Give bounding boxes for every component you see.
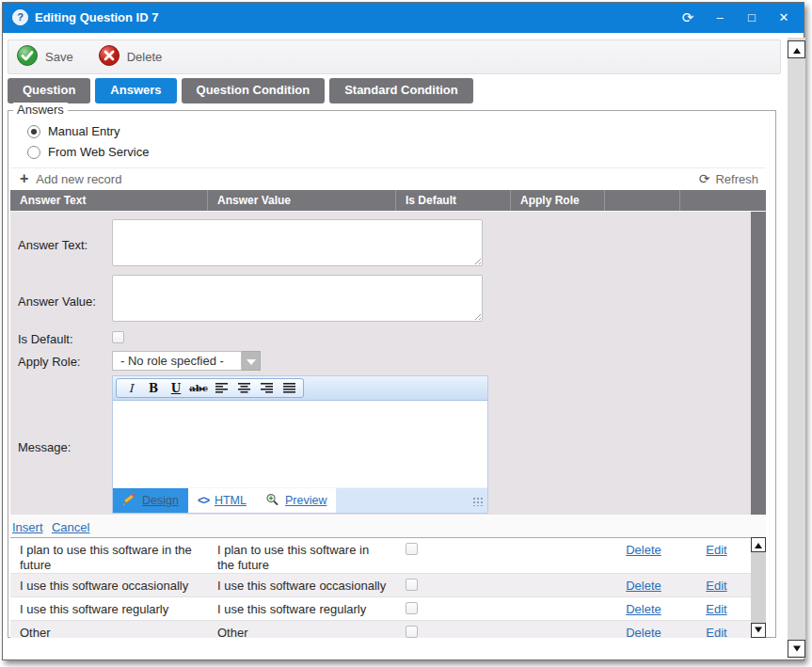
editor-content-area[interactable] [113,401,487,487]
answers-groupbox: Answers Manual Entry From Web Service + … [8,110,776,638]
minimize-button[interactable]: – [711,8,728,27]
column-header-apply-role[interactable]: Apply Role [511,190,605,211]
maximize-button[interactable]: □ [743,8,760,27]
is-default-checkbox[interactable] [112,331,124,343]
answer-value-label: Answer Value: [18,294,96,309]
cell-answer-value: Other [208,621,396,638]
editor-mode-preview[interactable]: Preview [256,488,336,513]
content-scrollbar[interactable] [788,38,805,659]
cell-answer-text: I plan to use this software in the futur… [10,538,208,573]
cell-apply-role [511,574,605,596]
save-button[interactable]: Save [16,44,73,71]
editor-toolbar: I B U abc [113,376,487,401]
resize-grip-icon[interactable] [472,311,481,320]
editor-resize-grip-icon[interactable] [472,497,483,506]
dropdown-arrow-button[interactable] [242,351,261,371]
scroll-up-button[interactable] [788,40,805,58]
cell-apply-role [511,597,605,620]
scroll-down-button[interactable] [788,640,805,658]
align-left-icon[interactable] [210,380,232,397]
apply-role-selected-value: - No role specfied - [112,351,242,371]
radio-button-icon [27,146,40,159]
is-default-row-checkbox[interactable] [406,626,418,638]
code-brackets-icon: <> [198,494,209,507]
italic-button[interactable]: I [119,380,142,397]
groupbox-legend: Answers [13,103,68,118]
strikethrough-button[interactable]: abc [187,380,210,397]
tab-question[interactable]: Question [8,78,90,103]
resize-grip-icon[interactable] [472,256,481,264]
is-default-row-checkbox[interactable] [406,543,418,555]
cell-is-default [396,621,511,638]
magnifier-icon [265,493,279,509]
tab-answers[interactable]: Answers [95,78,176,103]
plus-icon: + [20,171,28,186]
align-right-icon[interactable] [255,380,278,397]
edit-row-link[interactable]: Edit [706,579,726,593]
align-center-icon[interactable] [232,380,255,397]
refresh-label: Refresh [715,172,758,186]
main-toolbar: Save Delete [8,40,781,74]
radio-from-web-service[interactable]: From Web Service [27,145,149,159]
scroll-up-button[interactable] [751,537,766,552]
title-bar: ? Editing Question ID 7 ⟳ – □ ✕ [3,3,804,33]
delete-x-icon [98,44,120,71]
answer-value-input[interactable] [112,275,483,322]
delete-button[interactable]: Delete [98,44,163,71]
grid-header: Answer Text Answer Value Is Default Appl… [10,190,766,212]
cell-apply-role [511,621,605,638]
radio-label: Manual Entry [48,124,120,138]
help-icon[interactable]: ? [12,9,28,25]
save-check-icon [16,44,39,71]
radio-manual-entry[interactable]: Manual Entry [27,124,120,138]
insert-link[interactable]: Insert [12,520,43,534]
delete-row-link[interactable]: Delete [626,626,661,638]
add-new-record-button[interactable]: + Add new record [20,171,121,186]
grid-scrollbar[interactable] [751,537,766,638]
scroll-down-button[interactable] [751,623,766,638]
delete-row-link[interactable]: Delete [626,602,661,616]
refresh-icon: ⟳ [699,171,710,186]
edit-row-link[interactable]: Edit [706,626,726,638]
refresh-window-button[interactable]: ⟳ [679,8,696,27]
edit-form-right-strip [751,212,766,515]
delete-row-link[interactable]: Delete [626,543,661,557]
column-header-empty-2 [680,190,766,211]
is-default-label: Is Default: [18,332,73,346]
edit-row-link[interactable]: Edit [706,543,726,557]
column-header-is-default[interactable]: Is Default [396,190,511,211]
cell-answer-text: I use this software occasionally [10,574,208,596]
editor-mode-tabs: Design <> HTML [113,487,487,513]
grid-refresh-button[interactable]: ⟳ Refresh [699,171,758,186]
cell-is-default [396,574,511,596]
editor-mode-html[interactable]: <> HTML [188,488,256,513]
preview-label: Preview [285,494,326,507]
is-default-row-checkbox[interactable] [406,602,418,614]
underline-button[interactable]: U [165,380,187,397]
is-default-row-checkbox[interactable] [406,579,418,591]
apply-role-dropdown[interactable]: - No role specfied - [112,351,261,371]
table-row: I use this software occasionally I use t… [10,574,766,597]
cancel-link[interactable]: Cancel [52,520,89,534]
message-label: Message: [18,440,71,454]
editor-mode-design[interactable]: Design [113,488,188,513]
justify-icon[interactable] [278,380,300,397]
table-row: I plan to use this software in the futur… [10,538,766,574]
column-header-answer-text[interactable]: Answer Text [10,190,208,211]
message-editor: I B U abc [112,375,488,514]
cell-answer-text: Other [10,621,208,638]
cell-answer-value: I use this software regularly [208,597,396,620]
apply-role-label: Apply Role: [18,355,80,369]
answer-text-input[interactable] [112,219,483,266]
table-row: Other Other Delete Edit [10,621,766,638]
answer-text-label: Answer Text: [18,238,88,252]
column-header-answer-value[interactable]: Answer Value [208,190,396,211]
edit-row-link[interactable]: Edit [706,602,726,616]
tab-question-condition[interactable]: Question Condition [182,78,326,103]
design-label: Design [142,494,179,507]
bold-button[interactable]: B [142,380,165,397]
add-new-record-label: Add new record [36,172,121,186]
close-button[interactable]: ✕ [775,8,792,27]
tab-standard-condition[interactable]: Standard Condition [329,78,473,103]
delete-row-link[interactable]: Delete [626,579,661,593]
